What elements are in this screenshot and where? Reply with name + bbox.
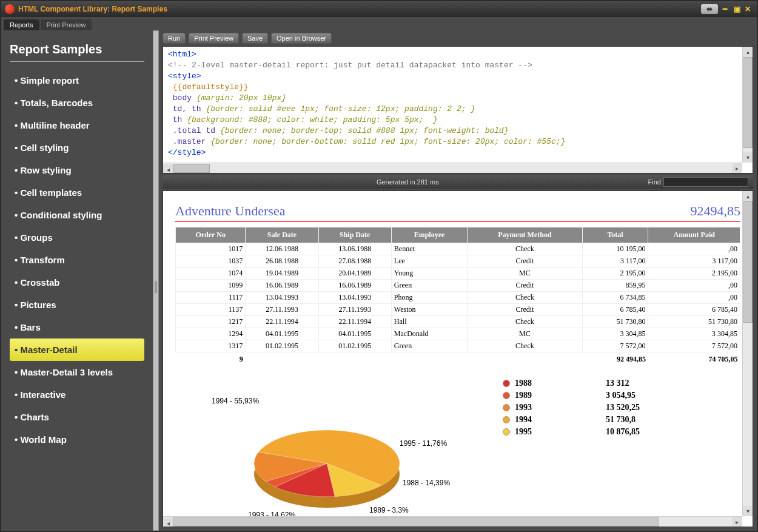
legend-item: 199451 730,8 <box>503 415 740 425</box>
close-icon[interactable]: ✕ <box>745 5 753 13</box>
sidebar-item-charts[interactable]: Charts <box>10 406 144 428</box>
sidebar-item-world-map[interactable]: World Map <box>10 428 144 451</box>
master-name: Adventure Undersea <box>175 203 285 219</box>
table-row: 109916.06.198916.06.1989GreenCredit859,9… <box>176 280 740 292</box>
table-row: 113727.11.199327.11.1993WestonCredit6 78… <box>176 304 740 316</box>
sidebar-item-groups[interactable]: Groups <box>10 226 144 249</box>
title-bar: HTML Component Library: Report Samples ⬌… <box>1 1 757 17</box>
sidebar-item-row-styling[interactable]: Row styling <box>10 159 144 181</box>
table-row: 129404.01.199504.01.1995MacDonaldMC3 304… <box>176 328 740 340</box>
print-preview-button[interactable]: Print Preview <box>189 33 239 44</box>
sidebar-item-pictures[interactable]: Pictures <box>10 294 144 316</box>
code-text[interactable]: <html> <!-- 2-level master-detail report… <box>163 47 753 161</box>
find-label: Find <box>648 178 661 186</box>
sidebar-item-master-detail-3-levels[interactable]: Master-Detail 3 levels <box>10 361 144 383</box>
preview-vertical-scrollbar[interactable]: ▴▾ <box>742 191 753 516</box>
sidebar-title: Report Samples <box>10 42 144 62</box>
pie-chart-area: 1994 - 55,93% 1995 - 11,76% 1988 - 14,39… <box>175 379 740 524</box>
pie-label-1994: 1994 - 55,93% <box>212 397 259 405</box>
tab-reports[interactable]: Reports <box>4 19 39 30</box>
sidebar-item-bars[interactable]: Bars <box>10 316 144 338</box>
generated-time: Generated in 281 ms <box>167 178 648 186</box>
sidebar-item-crosstab[interactable]: Crosstab <box>10 271 144 294</box>
table-row: 103726.08.198827.08.1988LeeCredit3 117,0… <box>176 255 740 268</box>
pie-label-1989: 1989 - 3,3% <box>369 506 409 514</box>
tab-print-preview[interactable]: Print Preview <box>41 19 92 30</box>
total-row: 992 494,8574 705,05 <box>176 352 740 367</box>
vertical-splitter[interactable] <box>153 30 159 531</box>
legend-item: 199510 876,85 <box>503 427 740 437</box>
col-header: Order No <box>176 227 246 243</box>
sidebar-item-cell-templates[interactable]: Cell templates <box>10 181 144 204</box>
col-header: Payment Method <box>468 227 583 243</box>
detail-table: Order NoSale DateShip DateEmployeePaymen… <box>175 227 740 366</box>
legend-swatch-icon <box>503 428 510 436</box>
code-horizontal-scrollbar[interactable]: ◂▸ <box>163 163 742 173</box>
legend-swatch-icon <box>503 380 510 387</box>
table-row: 101712.06.198813.06.1988BennetCheck10 19… <box>176 243 740 255</box>
minimize-icon[interactable]: ━ <box>723 5 731 13</box>
save-button[interactable]: Save <box>242 33 268 44</box>
col-header: Amount Paid <box>648 227 740 243</box>
table-row: 107419.04.198920.04.1989YoungMC2 195,002… <box>176 268 740 280</box>
sidebar-item-conditional-styling[interactable]: Conditional styling <box>10 204 144 226</box>
sidebar-item-multiline-header[interactable]: Multiline header <box>10 114 144 136</box>
legend-item: 198813 312 <box>503 379 740 388</box>
legend-item: 199313 520,25 <box>503 403 740 412</box>
sidebar-item-simple-report[interactable]: Simple report <box>10 69 144 92</box>
report-toolbar: Run Print Preview Save Open in Browser <box>159 30 757 46</box>
sidebar: Report Samples Simple reportTotals, Barc… <box>1 30 153 531</box>
code-vertical-scrollbar[interactable]: ▴▾ <box>742 47 753 163</box>
restore-horizontal-icon[interactable]: ⬌ <box>701 4 718 14</box>
col-header: Total <box>582 227 648 243</box>
sidebar-item-totals-barcodes[interactable]: Totals, Barcodes <box>10 92 144 114</box>
main-tabs: Reports Print Preview <box>1 17 757 30</box>
run-button[interactable]: Run <box>163 33 186 44</box>
legend-swatch-icon <box>503 416 510 423</box>
legend-item: 19893 054,95 <box>503 391 740 400</box>
pie-chart: 1994 - 55,93% 1995 - 11,76% 1988 - 14,39… <box>175 379 454 524</box>
preview-horizontal-scrollbar[interactable]: ◂▸ <box>163 516 742 527</box>
preview-pane: Adventure Undersea 92494,85 Order NoSale… <box>163 190 753 527</box>
col-header: Employee <box>391 227 467 243</box>
code-editor[interactable]: <html> <!-- 2-level master-detail report… <box>163 46 753 173</box>
table-row: 111713.04.199313.04.1993PhongCheck6 734,… <box>176 292 740 304</box>
open-in-browser-button[interactable]: Open in Browser <box>271 33 332 44</box>
legend-swatch-icon <box>503 392 510 399</box>
maximize-icon[interactable]: ▣ <box>734 5 742 13</box>
legend-swatch-icon <box>503 404 510 411</box>
sidebar-item-master-detail[interactable]: Master-Detail <box>10 338 144 361</box>
sidebar-item-cell-styling[interactable]: Cell styling <box>10 136 144 159</box>
table-row: 121722.11.199422.11.1994HallCheck51 730,… <box>176 316 740 328</box>
master-header: Adventure Undersea 92494,85 <box>175 201 740 222</box>
sidebar-item-interactive[interactable]: Interactive <box>10 383 144 406</box>
pie-legend: 198813 31219893 054,95199313 520,2519945… <box>454 379 740 524</box>
find-input[interactable] <box>663 177 748 187</box>
col-header: Ship Date <box>318 227 391 243</box>
pie-label-1995: 1995 - 11,76% <box>400 439 447 448</box>
master-total: 92494,85 <box>691 203 741 219</box>
sidebar-item-transform[interactable]: Transform <box>10 249 144 271</box>
app-icon <box>5 4 15 14</box>
status-bar: Generated in 281 ms Find <box>163 175 753 189</box>
window-title: HTML Component Library: Report Samples <box>18 5 167 13</box>
pie-label-1988: 1988 - 14,39% <box>403 479 450 487</box>
table-row: 131701.02.199501.02.1995GreenCheck7 572,… <box>176 340 740 352</box>
col-header: Sale Date <box>246 227 318 243</box>
